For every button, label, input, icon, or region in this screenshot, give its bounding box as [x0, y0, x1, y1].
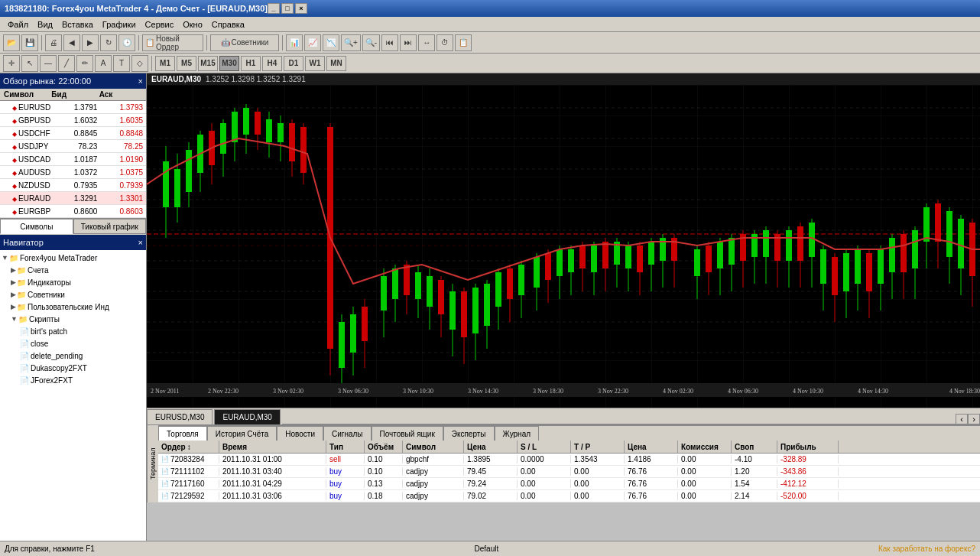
- col-tp[interactable]: T / P: [571, 441, 625, 453]
- tab-signals[interactable]: Сигналы: [323, 426, 372, 441]
- tf-m30[interactable]: M30: [219, 56, 239, 71]
- tf-m1[interactable]: M1: [155, 56, 175, 71]
- tf-m5[interactable]: M5: [177, 56, 196, 71]
- tline-button[interactable]: ╱: [58, 55, 75, 72]
- zoom-in-button[interactable]: 🔍+: [341, 34, 361, 51]
- mw-row-audusd[interactable]: ◆AUDUSD 1.0372 1.0375: [0, 166, 146, 179]
- mw-row-usdchf[interactable]: ◆USDCHF 0.8845 0.8848: [0, 127, 146, 140]
- tab-journal[interactable]: Журнал: [495, 426, 540, 441]
- print-button[interactable]: 🖨: [45, 34, 62, 51]
- chart-tab-scroll-left[interactable]: ‹: [956, 414, 968, 424]
- col-symbol[interactable]: Символ: [403, 441, 464, 453]
- nav-custom-ind[interactable]: ▶ 📁 Пользовательские Инд: [2, 301, 144, 313]
- menu-insert[interactable]: Вставка: [57, 18, 98, 31]
- col-profit[interactable]: Прибыль: [777, 441, 839, 453]
- table-row[interactable]: 📄 72129592 2011.10.31 03:06 buy 0.18 cad…: [158, 490, 980, 502]
- crosshair-button[interactable]: ✛: [3, 55, 20, 72]
- chart-type-btn3[interactable]: 📉: [323, 34, 339, 51]
- chart-tab-scroll-right[interactable]: ›: [968, 414, 980, 424]
- auto-scroll-button[interactable]: ↔: [418, 34, 435, 51]
- close-button[interactable]: ×: [295, 3, 307, 14]
- col-curprice[interactable]: Цена: [625, 441, 678, 453]
- history-button[interactable]: 🕒: [118, 34, 135, 51]
- tf-h4[interactable]: H4: [262, 56, 282, 71]
- table-row[interactable]: 📄 72117160 2011.10.31 04:29 buy 0.13 cad…: [158, 478, 980, 490]
- nav-accounts[interactable]: ▶ 📁 Счета: [2, 264, 144, 276]
- tab-news[interactable]: Новости: [277, 426, 323, 441]
- ellipse-button[interactable]: ◇: [131, 55, 148, 72]
- chart-tab-euraud[interactable]: EURAUD,M30: [214, 409, 280, 424]
- col-swap[interactable]: Своп: [732, 441, 777, 453]
- mw-row-usdcad[interactable]: ◆USDCAD 1.0187 1.0190: [0, 153, 146, 166]
- label-button[interactable]: T: [113, 55, 130, 72]
- chart-type-btn1[interactable]: 📊: [286, 34, 303, 51]
- navigator-close[interactable]: ×: [138, 238, 143, 247]
- nav-indicators[interactable]: ▶ 📁 Индикаторы: [2, 276, 144, 288]
- diamond-icon9: ◆: [12, 209, 17, 216]
- mw-row-eurusd[interactable]: ◆EURUSD 1.3791 1.3793: [0, 101, 146, 114]
- chart-canvas[interactable]: 1.3385 1.3365 1.3345 1.3325 1.3305 1.328…: [147, 85, 980, 408]
- nav-advisors[interactable]: ▶ 📁 Советники: [2, 288, 144, 301]
- mw-tab-symbols[interactable]: Символы: [0, 219, 73, 234]
- mw-row-euraud[interactable]: ◆EURAUD 1.3291 1.3301: [0, 192, 146, 205]
- mw-row-gbpusd[interactable]: ◆GBPUSD 1.6032 1.6035: [0, 114, 146, 127]
- period-button[interactable]: ⏱: [436, 34, 453, 51]
- text-button[interactable]: A: [95, 55, 112, 72]
- zoom-out-button[interactable]: 🔍-: [362, 34, 380, 51]
- menu-window[interactable]: Окно: [178, 18, 207, 31]
- chart-type-btn2[interactable]: 📈: [304, 34, 321, 51]
- menu-file[interactable]: Файл: [3, 18, 33, 31]
- tf-m15[interactable]: M15: [198, 56, 218, 71]
- hline-button[interactable]: —: [40, 55, 57, 72]
- col-volume[interactable]: Объём: [365, 441, 403, 453]
- col-order[interactable]: Ордер ↕: [158, 441, 219, 453]
- back-button[interactable]: ◀: [63, 34, 80, 51]
- nav-dukascopy[interactable]: 📄 Dukascopy2FXT: [2, 362, 144, 374]
- tab-history[interactable]: История Счёта: [207, 426, 277, 441]
- tf-h1[interactable]: H1: [241, 56, 261, 71]
- menu-help[interactable]: Справка: [207, 18, 249, 31]
- col-time[interactable]: Время: [219, 441, 326, 453]
- col-type[interactable]: Тип: [326, 441, 365, 453]
- tab-experts[interactable]: Эксперты: [443, 426, 495, 441]
- tf-w1[interactable]: W1: [305, 56, 325, 71]
- minimize-button[interactable]: _: [268, 3, 280, 14]
- scroll-left-button[interactable]: ⏮: [381, 34, 398, 51]
- table-row[interactable]: 📄 72111102 2011.10.31 03:40 buy 0.10 cad…: [158, 466, 980, 478]
- tf-d1[interactable]: D1: [284, 56, 303, 71]
- scroll-right-button[interactable]: ⏭: [400, 34, 417, 51]
- nav-scripts[interactable]: ▼ 📁 Скрипты: [2, 313, 144, 325]
- market-watch-close[interactable]: ×: [138, 76, 143, 86]
- maximize-button[interactable]: □: [281, 3, 294, 14]
- mw-tab-tick[interactable]: Тиковый график: [73, 219, 147, 234]
- nav-jforex[interactable]: 📄 JForex2FXT: [2, 374, 144, 386]
- nav-close[interactable]: 📄 close: [2, 337, 144, 350]
- table-row[interactable]: 📄 72083284 2011.10.31 01:00 sell 0.10 gb…: [158, 454, 980, 466]
- menu-service[interactable]: Сервис: [141, 18, 179, 31]
- new-order-button[interactable]: 📋 Новый Ордер: [142, 34, 203, 51]
- svg-text:4 Nov 06:30: 4 Nov 06:30: [728, 388, 758, 395]
- mw-row-usdjpy[interactable]: ◆USDJPY 78.23 78.25: [0, 140, 146, 153]
- arrow-button[interactable]: ↖: [21, 55, 38, 72]
- chart-tab-eurusd[interactable]: EURUSD,M30: [147, 409, 213, 424]
- menu-view[interactable]: Вид: [33, 18, 57, 31]
- mw-row-eurgbp[interactable]: ◆EURGBP 0.8600 0.8603: [0, 205, 146, 218]
- tf-mn[interactable]: MN: [326, 56, 346, 71]
- mw-row-nzdusd[interactable]: ◆NZDUSD 0.7935 0.7939: [0, 179, 146, 192]
- open-button[interactable]: 📂: [3, 34, 20, 51]
- tab-trading[interactable]: Торговля: [158, 426, 207, 441]
- col-commission[interactable]: Комиссия: [678, 441, 732, 453]
- advisor-button[interactable]: 🤖 Советники: [210, 34, 279, 51]
- nav-root[interactable]: ▼ 📁 Forex4you MetaTrader: [2, 252, 144, 264]
- nav-delete-pending[interactable]: 📄 delete_pending: [2, 350, 144, 362]
- refresh-button[interactable]: ↻: [100, 34, 117, 51]
- col-price[interactable]: Цена: [464, 441, 518, 453]
- draw-button[interactable]: ✏: [76, 55, 93, 72]
- col-sl[interactable]: S / L: [518, 441, 571, 453]
- menu-charts[interactable]: Графики: [98, 18, 141, 31]
- indicator-list-button[interactable]: 📋: [455, 34, 472, 51]
- save-button[interactable]: 💾: [21, 34, 38, 51]
- forward-button[interactable]: ▶: [82, 34, 99, 51]
- tab-mailbox[interactable]: Почтовый ящик: [372, 426, 443, 441]
- nav-birts-patch[interactable]: 📄 birt's patch: [2, 325, 144, 337]
